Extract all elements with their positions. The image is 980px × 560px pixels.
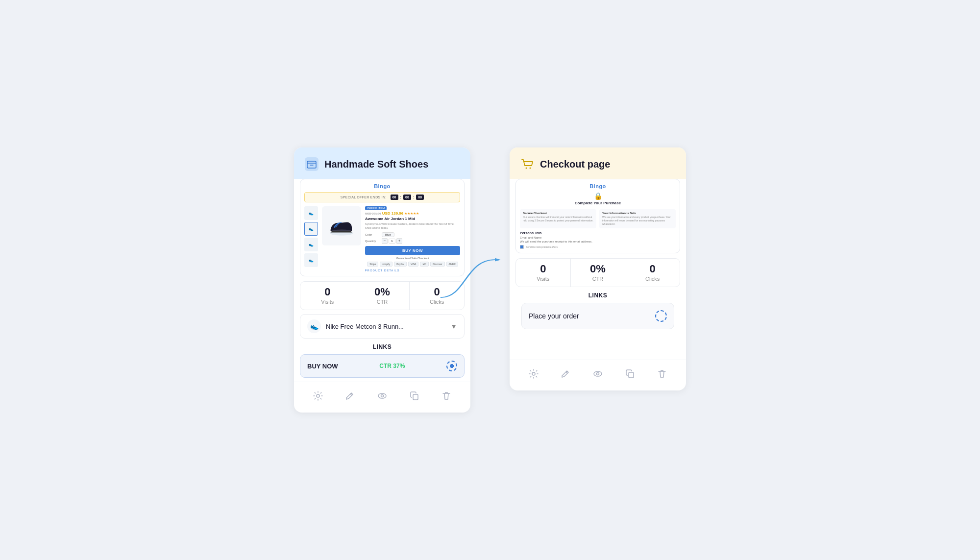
left-settings-icon[interactable]: [310, 388, 326, 404]
right-card: Checkout page Bingo 🔒 Complete Your Purc…: [510, 147, 686, 390]
thumb-1[interactable]: 👟: [304, 206, 318, 220]
left-link-buy-now[interactable]: BUY NOW CTR 37%: [300, 354, 465, 378]
right-stat-ctr: 0% CTR: [571, 259, 626, 287]
product-name: Awesome Air Jordan 1 Mid: [365, 217, 460, 221]
qty-minus-btn[interactable]: −: [382, 238, 388, 244]
product-thumbnails: 👟 👟 👟 👟: [304, 206, 318, 267]
svg-point-11: [594, 371, 602, 376]
right-links-section: LINKS Place your order: [515, 292, 680, 329]
right-toolbar: [510, 360, 686, 385]
timer-hours: 00: [391, 195, 398, 200]
svg-point-9: [530, 168, 531, 169]
right-edit-icon[interactable]: [558, 366, 573, 382]
left-stat-ctr: 0% CTR: [355, 282, 410, 310]
thumb-3[interactable]: 👟: [304, 238, 318, 251]
buy-now-btn-preview[interactable]: BUY NOW: [365, 246, 460, 255]
left-toolbar: [294, 382, 470, 407]
product-info: OFFER ITEM USD 291.96 USD 139.96 ★★★★★ A…: [365, 206, 460, 267]
left-trash-icon[interactable]: [439, 388, 454, 404]
place-order-link-item[interactable]: Place your order: [521, 303, 674, 329]
right-card-header-icon: [519, 156, 535, 172]
timer-group: 00 : 00 : 00: [391, 195, 424, 200]
right-stats-row: 0 Visits 0% CTR 0 Clicks: [515, 258, 680, 287]
dropdown-product-icon: 👟: [307, 319, 321, 333]
right-copy-icon[interactable]: [622, 366, 638, 382]
left-product-dropdown[interactable]: 👟 Nike Free Metcon 3 Runn... ▼: [300, 314, 465, 339]
safe-checkout-text: Guaranteed Safe Checkout: [365, 257, 460, 260]
svg-point-12: [596, 373, 599, 375]
timer-minutes: 00: [403, 195, 411, 200]
left-card-header: Handmade Soft Shoes: [294, 147, 470, 179]
product-details-link[interactable]: PRODUCT DETAILS: [304, 269, 460, 272]
email-desc: We will send the purchase receipt to thi…: [520, 240, 676, 243]
right-eye-icon[interactable]: [590, 366, 606, 382]
right-stat-clicks: 0 Clicks: [625, 259, 680, 287]
left-card-title: Handmade Soft Shoes: [324, 159, 428, 170]
left-stats-row: 0 Visits 0% CTR 0 Clicks: [300, 281, 465, 310]
right-stat-visits-value: 0: [520, 264, 566, 274]
special-offer-bar: SPECIAL OFFER ENDS IN: 00 : 00 : 00: [304, 192, 460, 202]
right-settings-icon[interactable]: [526, 366, 541, 382]
left-card-header-icon: [304, 156, 319, 172]
left-link-label: BUY NOW: [307, 363, 338, 370]
agree-text: Send me new products offers: [526, 245, 558, 248]
agree-checkbox[interactable]: [520, 245, 524, 249]
svg-point-10: [532, 372, 535, 375]
color-row: Color Blue: [365, 232, 460, 237]
svg-rect-0: [305, 157, 318, 171]
chevron-down-icon: ▼: [450, 322, 457, 330]
qty-plus-btn[interactable]: +: [396, 238, 402, 244]
pay-shopify: shopify: [380, 262, 392, 267]
safe-info-title: Your Information is Safe: [602, 212, 673, 215]
right-card-header: Checkout page: [510, 147, 686, 179]
left-stat-visits-value: 0: [304, 287, 351, 297]
left-links-section: LINKS BUY NOW CTR 37%: [300, 343, 465, 378]
secure-checkout-title: Secure Checkout: [523, 212, 593, 215]
lock-icon: 🔒: [594, 192, 602, 200]
left-bingo-label: Bingo: [304, 183, 460, 189]
left-edit-icon[interactable]: [342, 388, 358, 404]
pay-mc: MC: [420, 262, 429, 267]
place-order-text: Place your order: [529, 312, 579, 320]
svg-point-6: [381, 395, 383, 397]
right-trash-icon[interactable]: [654, 366, 670, 382]
payment-icons: Stripe shopify PayPal VISA MC Discover A…: [365, 262, 460, 267]
main-canvas: Handmade Soft Shoes Bingo SPECIAL OFFER …: [0, 118, 980, 442]
price-old: USD 291.96: [365, 212, 381, 215]
left-eye-icon[interactable]: [374, 388, 390, 404]
svg-point-5: [378, 393, 386, 398]
email-label: Email and Name: [520, 236, 676, 239]
qty-label: Quantity: [365, 240, 379, 243]
thumb-2[interactable]: 👟: [304, 222, 318, 236]
right-bingo-label: Bingo: [520, 183, 676, 189]
secure-checkout-box: Secure Checkout Our secure checkout will…: [520, 209, 596, 228]
left-copy-icon[interactable]: [407, 388, 422, 404]
color-label: Color: [365, 233, 379, 236]
place-order-indicator: [655, 310, 667, 322]
secure-checkout-text: Our secure checkout will transmit your o…: [523, 216, 593, 222]
right-stat-visits: 0 Visits: [516, 259, 571, 287]
qty-value: 1: [389, 239, 395, 243]
right-stat-ctr-value: 0%: [575, 264, 621, 274]
left-stat-ctr-label: CTR: [359, 299, 406, 305]
svg-point-8: [526, 168, 527, 169]
spacer: [510, 332, 686, 356]
left-card-preview: Bingo SPECIAL OFFER ENDS IN: 00 : 00 : 0…: [300, 179, 465, 276]
right-stat-clicks-label: Clicks: [629, 276, 676, 282]
product-row: 👟 👟 👟 👟: [304, 206, 460, 267]
product-desc: Synonymous With Sneaker Culture, Jordan'…: [365, 222, 460, 230]
left-card: Handmade Soft Shoes Bingo SPECIAL OFFER …: [294, 147, 470, 413]
left-stat-clicks-value: 0: [414, 287, 460, 297]
thumb-4[interactable]: 👟: [304, 253, 318, 267]
right-card-preview: Bingo 🔒 Complete Your Purchase Secure Ch…: [515, 179, 680, 253]
offer-badge: OFFER ITEM: [365, 206, 387, 210]
safe-info-text: We use your information and every produc…: [602, 216, 673, 226]
svg-rect-13: [629, 372, 634, 378]
checkout-lock-row: 🔒 Complete Your Purchase: [520, 192, 676, 205]
right-card-title: Checkout page: [540, 159, 610, 170]
personal-info-title: Personal Info: [520, 231, 676, 235]
checkout-personal-section: Personal Info Email and Name We will sen…: [520, 231, 676, 249]
left-stat-visits-label: Visits: [304, 299, 351, 305]
left-link-indicator: [446, 361, 457, 371]
right-links-title: LINKS: [515, 292, 680, 299]
